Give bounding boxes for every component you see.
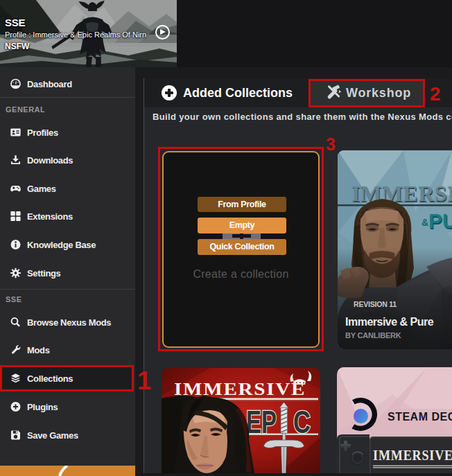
svg-text:IMMERSIVE: IMMERSIVE <box>373 447 452 464</box>
svg-text:IMMERSIVE: IMMERSIVE <box>174 379 306 399</box>
svg-text:STEAM DECK: STEAM DECK <box>388 411 452 423</box>
